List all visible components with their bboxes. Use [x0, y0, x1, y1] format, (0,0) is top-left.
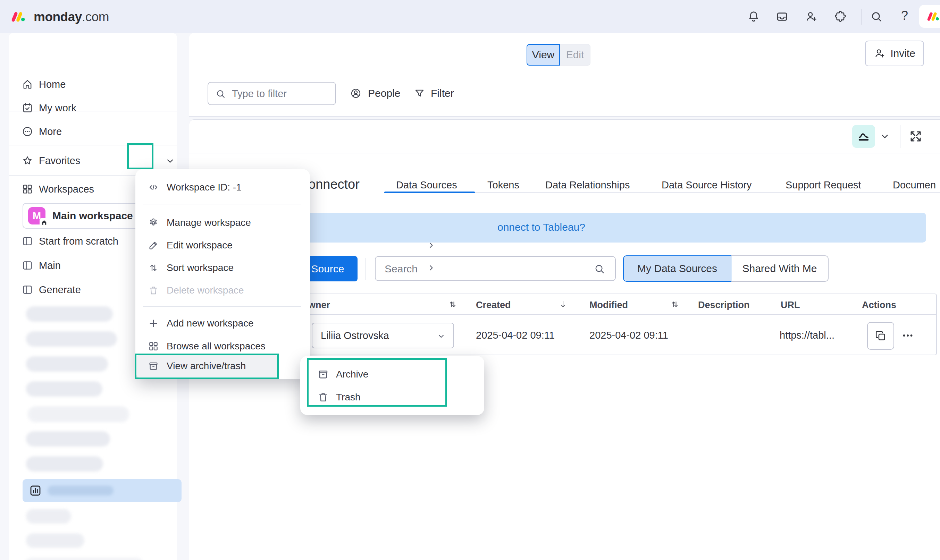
fullscreen-expand-icon[interactable]: [909, 129, 923, 143]
redacted-board-item[interactable]: [26, 533, 84, 548]
chevron-down-icon[interactable]: [879, 131, 891, 142]
redacted-board-item[interactable]: [26, 356, 108, 372]
menu-item-edit-workspace[interactable]: Edit workspace: [142, 235, 303, 255]
url-value: https://tabl...: [780, 329, 834, 341]
column-description: Description: [698, 300, 750, 311]
inbox-icon[interactable]: [775, 10, 789, 23]
menu-item-sort-workspace[interactable]: Sort workspace: [142, 258, 303, 278]
sort-modified-icon[interactable]: [670, 299, 680, 309]
redacted-board-item[interactable]: [26, 331, 117, 347]
filter-button[interactable]: Filter: [414, 88, 454, 99]
header-divider: [861, 9, 861, 25]
board-label: Start from scratch: [39, 235, 119, 247]
tab-data-source-history[interactable]: Data Source History: [662, 179, 752, 191]
home-icon: [22, 78, 33, 90]
workspace-context-menu: Workspace ID: -1 Manage workspace Edit w…: [136, 169, 310, 379]
redacted-board-item[interactable]: [26, 381, 102, 397]
edit-label: Edit: [566, 49, 584, 61]
data-source-search-input[interactable]: [376, 257, 652, 281]
board-filter-field: [208, 82, 336, 105]
people-filter-button[interactable]: People: [350, 88, 400, 99]
sidebar-item-favorites[interactable]: Favorites: [9, 153, 177, 168]
plus-icon: [148, 318, 159, 329]
redacted-board-item[interactable]: [26, 431, 110, 446]
sidebar-item-label: Favorites: [39, 155, 80, 166]
code-icon: [148, 182, 159, 193]
submenu-item-archive[interactable]: Archive: [317, 368, 368, 380]
app-header: monday.com ?: [0, 0, 940, 33]
toolbar-divider: [900, 125, 900, 148]
board-label: Main: [39, 260, 61, 271]
active-tab-underline: [384, 192, 475, 193]
sort-owner-icon[interactable]: [448, 299, 458, 309]
logo-text-light: .com: [82, 10, 109, 24]
menu-item-view-archive-trash[interactable]: View archive/trash: [142, 356, 303, 376]
widget-type-button[interactable]: [852, 125, 875, 148]
row-actions-menu-icon[interactable]: [900, 328, 915, 343]
help-icon[interactable]: ?: [901, 8, 908, 23]
menu-item-label: Workspace ID: -1: [166, 182, 242, 193]
redacted-board-item[interactable]: [26, 456, 103, 472]
funnel-icon: [414, 88, 425, 99]
owner-dropdown[interactable]: Liliia Ostrovska: [312, 323, 454, 348]
board-icon: [22, 284, 33, 295]
tab-tokens[interactable]: Tokens: [487, 179, 519, 191]
menu-item-label: Manage workspace: [166, 217, 251, 228]
menu-item-browse-all-workspaces[interactable]: Browse all workspaces: [142, 337, 303, 356]
sidebar-item-label: My work: [39, 102, 76, 114]
invite-members-icon[interactable]: [804, 10, 818, 23]
menu-item-label: Browse all workspaces: [166, 341, 265, 352]
sidebar-divider: [9, 111, 177, 111]
redacted-board-item[interactable]: [26, 509, 71, 523]
copy-url-button[interactable]: [867, 322, 894, 350]
global-search-icon[interactable]: [870, 10, 883, 23]
trash-icon: [148, 285, 159, 296]
menu-item-workspace-id: Workspace ID: -1: [142, 178, 303, 197]
sort-created-icon[interactable]: [558, 299, 568, 309]
sidebar-item-label: Home: [39, 79, 66, 90]
sidebar-item-home[interactable]: Home: [9, 77, 177, 92]
invite-button[interactable]: Invite: [865, 41, 924, 66]
menu-item-manage-workspace[interactable]: Manage workspace: [142, 213, 303, 232]
monday-logo[interactable]: monday.com: [34, 10, 109, 24]
my-data-sources-toggle[interactable]: My Data Sources: [623, 255, 731, 282]
notifications-bell-icon[interactable]: [747, 10, 760, 23]
product-switcher-tile[interactable]: [919, 5, 940, 28]
submenu-item-label: Trash: [336, 392, 361, 403]
redacted-board-item[interactable]: [26, 306, 113, 322]
chevron-right-icon: [426, 240, 436, 250]
apps-marketplace-icon[interactable]: [834, 10, 847, 23]
modified-value: 2025-04-02 09:11: [589, 329, 668, 341]
submenu-item-trash[interactable]: Trash: [317, 391, 361, 403]
tab-data-sources[interactable]: Data Sources: [396, 179, 457, 191]
monday-mark-icon: [925, 9, 940, 24]
shared-with-me-label: Shared With Me: [742, 263, 817, 274]
menu-item-add-new-workspace[interactable]: Add new workspace: [142, 314, 303, 333]
sidebar-item-my-work[interactable]: My work: [9, 100, 177, 115]
board-icon: [22, 260, 33, 271]
redacted-board-item[interactable]: [24, 558, 144, 560]
sort-arrows-icon: [148, 262, 159, 274]
my-data-sources-label: My Data Sources: [637, 263, 717, 274]
trash-icon: [317, 391, 329, 403]
shared-with-me-toggle[interactable]: Shared With Me: [731, 255, 829, 282]
sidebar-item-workspaces[interactable]: Workspaces: [9, 182, 123, 197]
filter-label: Filter: [431, 88, 454, 99]
sidebar-item-label: Workspaces: [39, 183, 94, 195]
redacted-board-item[interactable]: [28, 406, 129, 422]
column-owner-fragment: wner: [308, 300, 330, 311]
edit-mode-button[interactable]: Edit: [560, 44, 590, 66]
tab-support-request[interactable]: Support Request: [786, 179, 861, 191]
source-button-label: Source: [311, 263, 344, 275]
tab-documentation[interactable]: Documen: [893, 179, 936, 191]
tab-data-relationships[interactable]: Data Relationships: [546, 179, 630, 191]
menu-divider: [143, 204, 301, 205]
menu-item-label: Sort workspace: [166, 262, 234, 274]
sidebar-section-favorites[interactable]: [9, 119, 177, 134]
sidebar-item-selected-dashboard[interactable]: [23, 479, 182, 502]
chevron-down-icon[interactable]: [165, 156, 175, 166]
workspaces-grid-icon: [22, 183, 33, 195]
view-mode-button[interactable]: View: [527, 44, 560, 66]
board-filter-input[interactable]: [208, 83, 364, 105]
menu-item-label: Add new workspace: [166, 318, 254, 329]
